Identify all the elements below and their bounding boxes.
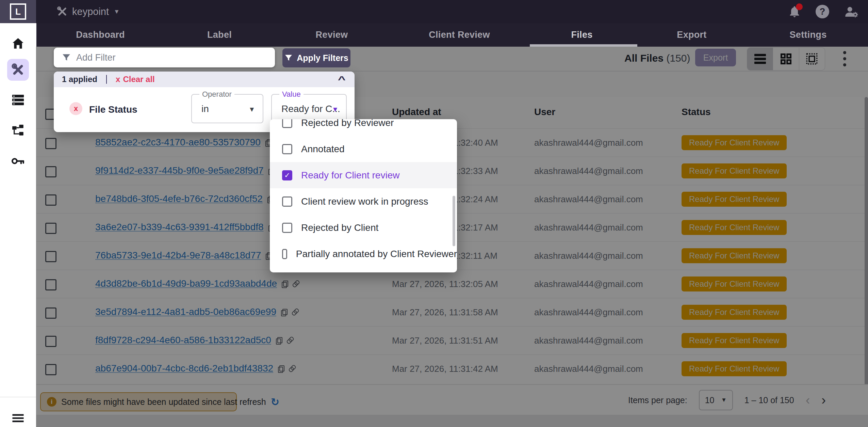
- funnel-icon: [62, 53, 71, 62]
- home-icon: [12, 38, 24, 49]
- help-button[interactable]: ?: [816, 5, 829, 18]
- tab-settings[interactable]: Settings: [790, 23, 827, 47]
- applied-count: 1 applied: [62, 75, 97, 84]
- option-rejected-by-client[interactable]: Rejected by Client: [270, 215, 457, 241]
- sidebar-item-list[interactable]: [0, 89, 36, 111]
- tools-icon: [57, 6, 67, 17]
- checkbox-icon[interactable]: [282, 119, 292, 128]
- apply-filters-button[interactable]: Apply Filters: [282, 48, 350, 67]
- divider: [106, 75, 107, 84]
- key-icon: [12, 156, 24, 166]
- option-ready-for-client-review[interactable]: ✓ Ready for Client review: [270, 162, 457, 188]
- add-filter-input[interactable]: Add Filter: [54, 48, 275, 67]
- notification-badge: [796, 3, 803, 10]
- sidebar-item-flow[interactable]: [0, 120, 36, 141]
- logo-icon: L: [10, 3, 26, 20]
- account-settings-button[interactable]: [844, 5, 858, 18]
- app-window: L keypoint ▼ ? Dashboard Label Review Cl…: [0, 0, 868, 427]
- list-icon: [12, 94, 24, 105]
- chevron-down-icon: ▼: [248, 106, 255, 113]
- checkbox-icon[interactable]: [282, 249, 287, 259]
- project-switcher[interactable]: keypoint ▼: [57, 0, 120, 23]
- tab-files[interactable]: Files: [571, 23, 592, 47]
- filter-field-name: File Status: [89, 104, 137, 115]
- remove-filter-button[interactable]: x: [69, 102, 82, 115]
- sidebar-item-tools[interactable]: [7, 59, 29, 81]
- sidebar-collapse-button[interactable]: [0, 407, 36, 427]
- sidebar-divider: [0, 397, 36, 397]
- tab-export[interactable]: Export: [677, 23, 706, 47]
- option-partially-annotated-by-client-reviewer[interactable]: Partially annotated by Client Reviewer: [270, 241, 457, 267]
- person-gear-icon: [844, 5, 858, 18]
- dropdown-scrollbar[interactable]: [453, 196, 455, 246]
- operator-select[interactable]: Operator in ▼: [191, 94, 263, 123]
- option-rejected-by-reviewer[interactable]: Rejected by Reviewer: [270, 119, 457, 136]
- checkbox-checked-icon[interactable]: ✓: [282, 170, 292, 180]
- status-options-dropdown: Rejected by Reviewer Annotated ✓ Ready f…: [270, 119, 457, 272]
- option-annotated[interactable]: Annotated: [270, 136, 457, 162]
- checkbox-icon[interactable]: [282, 223, 292, 233]
- active-tab-indicator: [530, 44, 637, 47]
- tab-client-review[interactable]: Client Review: [429, 23, 490, 47]
- topbar-actions: ?: [788, 0, 858, 23]
- project-name: keypoint: [72, 6, 109, 17]
- tools-icon: [12, 63, 24, 76]
- add-filter-placeholder: Add Filter: [76, 52, 116, 63]
- filter-panel-header: 1 applied x Clear all ^: [54, 72, 355, 87]
- chevron-down-icon: ▼: [114, 8, 120, 15]
- x-icon: x: [116, 75, 120, 84]
- clear-all-button[interactable]: x Clear all: [116, 75, 155, 84]
- tab-label[interactable]: Label: [207, 23, 232, 47]
- app-logo[interactable]: L: [0, 0, 36, 23]
- notifications-button[interactable]: [788, 5, 801, 18]
- tab-dashboard[interactable]: Dashboard: [76, 23, 125, 47]
- tab-review[interactable]: Review: [316, 23, 348, 47]
- main-nav-tabs: Dashboard Label Review Client Review Fil…: [0, 23, 868, 47]
- sidebar-item-key[interactable]: [0, 150, 36, 172]
- sidebar-item-home[interactable]: [0, 33, 36, 54]
- collapse-panel-button[interactable]: ^: [338, 74, 345, 85]
- value-label: Value: [279, 90, 304, 99]
- flow-icon: [12, 125, 24, 136]
- chevron-down-icon: ▼: [332, 106, 339, 113]
- checkbox-icon[interactable]: [282, 144, 292, 154]
- top-app-bar: [0, 0, 868, 23]
- hamburger-menu-icon: [12, 414, 24, 423]
- funnel-icon: [284, 54, 293, 62]
- option-client-review-work-in-progress[interactable]: Client review work in progress: [270, 188, 457, 215]
- checkbox-icon[interactable]: [282, 196, 292, 207]
- sidebar: [0, 23, 36, 427]
- operator-label: Operator: [199, 90, 234, 99]
